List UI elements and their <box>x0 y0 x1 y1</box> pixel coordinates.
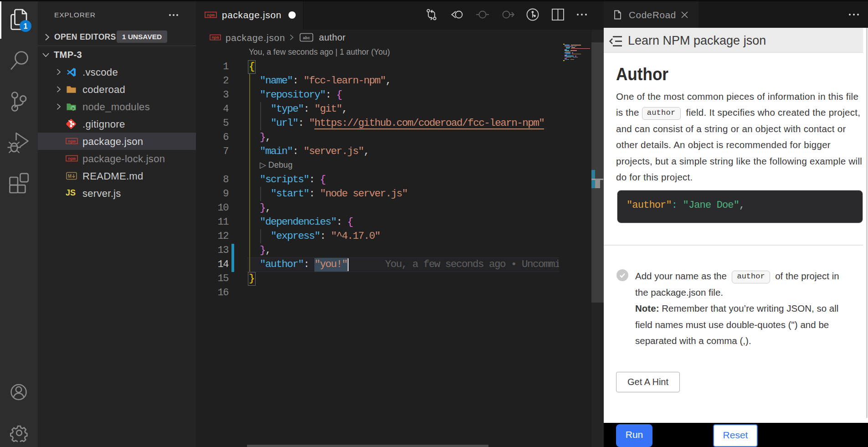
svg-text:npm: npm <box>212 36 219 40</box>
svg-text:npm: npm <box>68 139 76 144</box>
svg-text:npm: npm <box>68 156 76 161</box>
svg-text:npm: npm <box>207 13 215 18</box>
svg-text:abc: abc <box>303 36 310 41</box>
svg-text:M: M <box>68 174 72 179</box>
svg-text:1: 1 <box>24 22 28 30</box>
svg-text:js: js <box>72 107 75 110</box>
